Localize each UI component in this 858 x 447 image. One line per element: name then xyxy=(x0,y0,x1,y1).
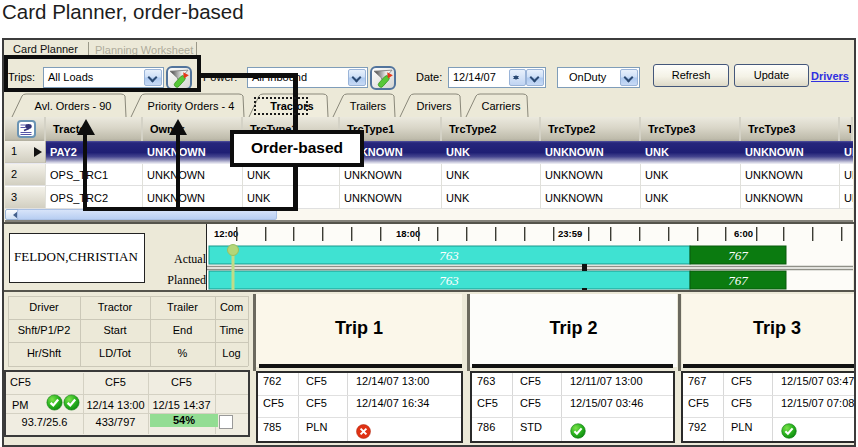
svg-text:6:00: 6:00 xyxy=(734,228,753,239)
svg-text:Carriers: Carriers xyxy=(481,100,521,112)
svg-text:23:59: 23:59 xyxy=(558,228,582,239)
svg-text:Drivers: Drivers xyxy=(417,100,452,112)
svg-text:767: 767 xyxy=(728,248,748,263)
svg-text:763: 763 xyxy=(439,273,459,288)
svg-text:763: 763 xyxy=(439,248,459,263)
svg-text:Trailers: Trailers xyxy=(350,100,387,112)
svg-text:Priority Orders - 4: Priority Orders - 4 xyxy=(148,100,235,112)
svg-text:12:00: 12:00 xyxy=(214,228,238,239)
svg-text:18:00: 18:00 xyxy=(396,228,420,239)
svg-text:767: 767 xyxy=(728,273,748,288)
svg-text:Avl. Orders - 90: Avl. Orders - 90 xyxy=(35,100,112,112)
